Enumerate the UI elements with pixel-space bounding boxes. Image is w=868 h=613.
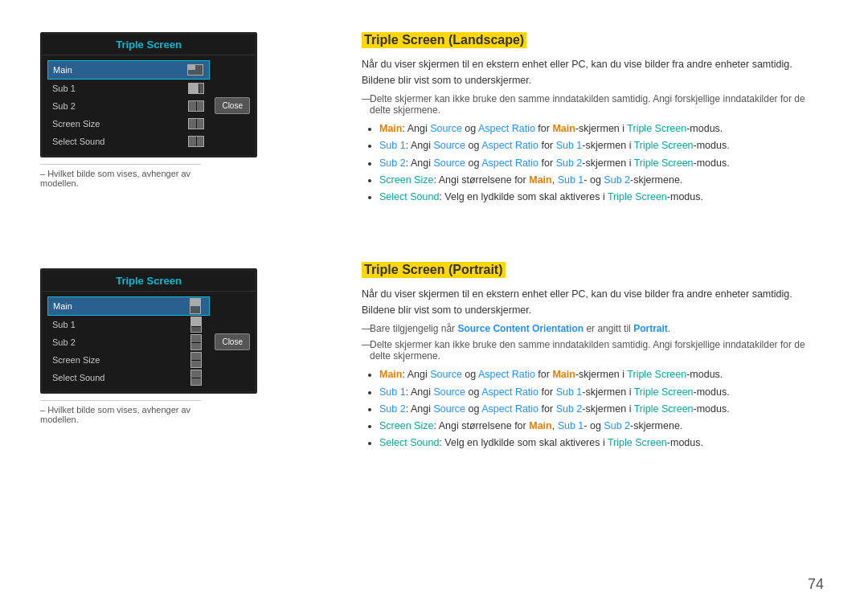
landscape-section-body: Når du viser skjermen til en ekstern enh… (362, 56, 828, 88)
right-column: Triple Screen (Landscape) Når du viser s… (313, 32, 828, 581)
portrait-section-body: Når du viser skjermen til en ekstern enh… (362, 286, 828, 318)
page: Triple Screen Main (0, 0, 868, 613)
landscape-bullet-list: Main: Angi Source og Aspect Ratio for Ma… (362, 121, 828, 206)
portrait-section-title: Triple Screen (Portrait) (362, 262, 506, 278)
list-item: Sub 2: Angi Source og Aspect Ratio for S… (379, 155, 828, 172)
list-item: Select Sound: Velg en lydkilde som skal … (379, 435, 828, 452)
portrait-menu-sub2[interactable]: Sub 2 (47, 333, 210, 351)
list-item: Main: Angi Source og Aspect Ratio for Ma… (379, 121, 828, 137)
landscape-tv-menu: Main Sub 1 (47, 60, 210, 150)
portrait-tv-menu: Main Sub 1 (47, 296, 210, 386)
landscape-main-icon (186, 63, 204, 76)
list-item: Select Sound: Velg en lydkilde som skal … (379, 189, 828, 206)
landscape-menu-screensize[interactable]: Screen Size (47, 115, 210, 133)
landscape-close-area: Close (215, 60, 250, 150)
landscape-sub1-icon (187, 82, 205, 95)
landscape-section-title: Triple Screen (Landscape) (362, 32, 526, 48)
landscape-close-button[interactable]: Close (215, 97, 250, 114)
portrait-close-button[interactable]: Close (215, 333, 250, 350)
landscape-menu-selectsound[interactable]: Select Sound (47, 133, 210, 150)
landscape-tv-screen: Triple Screen Main (40, 32, 257, 157)
portrait-tv-title: Triple Screen (43, 271, 255, 292)
portrait-selectsound-icon (187, 371, 205, 384)
portrait-bullet-list: Main: Angi Source og Aspect Ratio for Ma… (362, 366, 828, 452)
portrait-note2: Delte skjermer kan ikke bruke den samme … (362, 339, 828, 362)
portrait-screensize-icon (187, 353, 205, 366)
landscape-menu-main[interactable]: Main (47, 60, 210, 80)
portrait-tv-screen: Triple Screen Main (40, 268, 257, 394)
landscape-screensize-icon (187, 117, 205, 130)
landscape-tv-title: Triple Screen (43, 35, 255, 55)
portrait-menu-sub1[interactable]: Sub 1 (47, 316, 210, 333)
portrait-menu-screensize[interactable]: Screen Size (47, 351, 210, 369)
landscape-footnote: – Hvilket bilde som vises, avhenger av m… (40, 164, 201, 188)
portrait-note1: Bare tilgjengelig når Source Content Ori… (362, 323, 828, 334)
left-column: Triple Screen Main (40, 32, 313, 581)
landscape-section: Triple Screen (Landscape) Når du viser s… (362, 32, 828, 206)
portrait-footnote: – Hvilket bilde som vises, avhenger av m… (40, 400, 201, 424)
portrait-main-icon (186, 300, 204, 313)
portrait-menu-main[interactable]: Main (47, 296, 210, 316)
landscape-sub2-icon (187, 100, 205, 112)
portrait-section: Triple Screen (Portrait) Når du viser sk… (362, 262, 828, 452)
portrait-close-area: Close (215, 296, 250, 386)
landscape-selectsound-icon (187, 135, 205, 148)
portrait-menu-selectsound[interactable]: Select Sound (47, 369, 210, 386)
list-item: Sub 2: Angi Source og Aspect Ratio for S… (379, 401, 828, 418)
list-item: Sub 1: Angi Source og Aspect Ratio for S… (379, 384, 828, 401)
list-item: Main: Angi Source og Aspect Ratio for Ma… (379, 366, 828, 383)
landscape-tv-wrapper: Triple Screen Main (40, 32, 313, 188)
list-item: Screen Size: Angi størrelsene for Main, … (379, 172, 828, 189)
landscape-menu-sub1[interactable]: Sub 1 (47, 80, 210, 97)
landscape-note1: Delte skjermer kan ikke bruke den samme … (362, 93, 828, 116)
portrait-sub2-icon (187, 336, 205, 349)
list-item: Screen Size: Angi størrelsene for Main, … (379, 418, 828, 435)
list-item: Sub 1: Angi Source og Aspect Ratio for S… (379, 137, 828, 154)
landscape-menu-sub2[interactable]: Sub 2 (47, 97, 210, 115)
portrait-tv-wrapper: Triple Screen Main (40, 268, 313, 424)
page-number: 74 (808, 576, 824, 593)
portrait-sub1-icon (187, 318, 205, 331)
